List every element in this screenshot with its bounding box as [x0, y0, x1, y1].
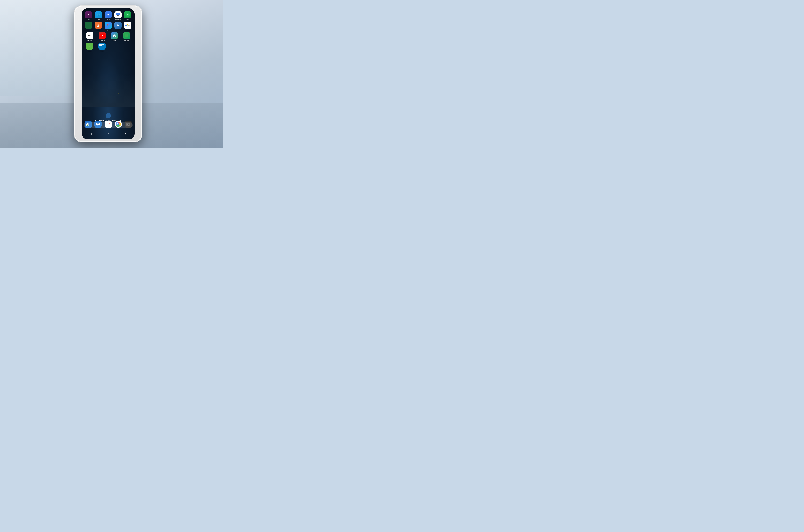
td-bank-icon-img: TD: [85, 22, 92, 29]
nordvpn-label: NordVPN: [115, 29, 121, 31]
app-nytimes[interactable]: NYT NYTimes: [85, 32, 94, 41]
svg-point-5: [98, 25, 99, 25]
nav-back-button[interactable]: ◀: [90, 133, 92, 135]
app-row-1: # Slack 🐦 Social ✈: [84, 11, 133, 20]
youtube-icon-img: [98, 32, 106, 39]
svg-text:15: 15: [117, 15, 119, 17]
app-home[interactable]: Home: [110, 32, 119, 41]
nordvpn-icon-img: [114, 22, 122, 29]
travel-label: Travel: [106, 19, 110, 20]
social-icon-img: 🐦: [95, 11, 102, 18]
nav-home-button[interactable]: ●: [108, 133, 109, 135]
hangouts-label: Hangouts: [124, 40, 129, 41]
social-label: Social: [96, 19, 100, 20]
home-label: Home: [113, 40, 116, 41]
nav-bar: ◀ ● ■: [82, 131, 134, 137]
app-row-4: Z Zipcar Trello: [84, 42, 133, 52]
svg-rect-15: [126, 35, 126, 36]
calendar-label: Calendar: [115, 19, 121, 20]
play-store-icon-img: [105, 22, 112, 29]
travel-icon-img: ✈: [105, 11, 112, 18]
app-play-store[interactable]: Play Store: [104, 22, 113, 31]
assistant-close-button[interactable]: ✕: [106, 113, 111, 118]
google-search-bar[interactable]: G: [84, 122, 133, 128]
app-youtube[interactable]: YouTube: [97, 32, 107, 41]
home-icon-img: [111, 32, 118, 39]
app-spotify[interactable]: Spotify: [123, 11, 132, 20]
app-nordvpn[interactable]: NordVPN: [113, 22, 123, 31]
app-grid: # Slack 🐦 Social ✈: [82, 10, 134, 54]
hangouts-badge: [129, 32, 130, 33]
nytimes-icon-img: NYT: [86, 32, 93, 39]
slack-label: Slack: [87, 19, 90, 20]
send-pay-label: Send Pay: [125, 29, 131, 31]
app-row-2: TD TD Bank (U...): [84, 22, 133, 31]
google-g-icon: G: [86, 124, 89, 127]
svg-point-14: [125, 34, 128, 37]
spotify-icon-img: [124, 11, 131, 18]
bottom-indicator-line: [85, 130, 131, 130]
svg-marker-8: [108, 24, 110, 25]
svg-rect-16: [127, 35, 127, 36]
app-slack[interactable]: # Slack: [84, 11, 93, 20]
audible-label: Audible: [96, 29, 100, 31]
slack-icon-img: #: [85, 11, 92, 18]
td-bank-label: TD Bank (U...): [84, 29, 93, 31]
app-zipcar[interactable]: Z Zipcar: [85, 42, 94, 52]
screen-content: # Slack 🐦 Social ✈: [82, 8, 134, 139]
svg-text:GPay: GPay: [125, 24, 130, 26]
app-calendar[interactable]: 15 Calendar: [113, 11, 123, 20]
app-td-bank[interactable]: TD TD Bank (U...): [84, 22, 93, 31]
zipcar-icon-img: Z: [86, 42, 93, 50]
back-icon: ◀: [90, 133, 92, 135]
hangouts-icon-img: [123, 32, 130, 39]
recents-icon: ■: [125, 133, 126, 135]
app-send-pay[interactable]: GPay Send Pay: [123, 22, 132, 31]
trello-icon-img: [98, 42, 106, 50]
trello-label: Trello: [100, 50, 104, 52]
play-store-label: Play Store: [105, 29, 111, 31]
zipcar-z-letter: Z: [88, 44, 91, 48]
app-travel[interactable]: ✈ Travel: [104, 11, 113, 20]
svg-rect-2: [116, 14, 120, 15]
nytimes-label: NYTimes: [87, 40, 92, 41]
phone-scene: # Slack 🐦 Social ✈: [69, 5, 154, 146]
spotify-label: Spotify: [126, 19, 130, 20]
youtube-label: YouTube: [99, 40, 105, 41]
svg-marker-7: [107, 24, 108, 25]
app-audible[interactable]: Audible: [94, 22, 103, 31]
app-social[interactable]: 🐦 Social: [94, 11, 103, 20]
app-hangouts[interactable]: Hangouts: [122, 32, 131, 41]
app-row-3: NYT NYTimes YouTube: [84, 32, 133, 41]
send-pay-icon-img: GPay: [124, 22, 131, 29]
home-icon: ●: [108, 133, 109, 135]
nav-recents-button[interactable]: ■: [125, 133, 126, 135]
phone-case: # Slack 🐦 Social ✈: [74, 5, 142, 142]
calendar-icon-img: 15: [114, 11, 122, 18]
phone-screen: # Slack 🐦 Social ✈: [82, 8, 134, 139]
app-trello[interactable]: Trello: [97, 42, 107, 52]
audible-icon-img: [95, 22, 102, 29]
close-x-icon: ✕: [107, 114, 109, 117]
svg-point-4: [126, 13, 130, 17]
zipcar-label: Zipcar: [88, 50, 91, 52]
